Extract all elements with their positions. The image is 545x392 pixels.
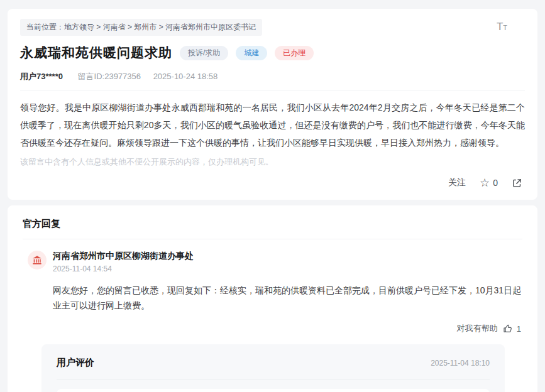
evaluation-date: 2025-11-04 18:10 bbox=[431, 359, 490, 368]
post-card: 当前位置：地方领导 > 河南省 > 郑州市 > 河南省郑州市中原区委书记 TT … bbox=[8, 9, 537, 200]
privacy-note: 该留言中含有个人信息或其他不便公开展示的内容，仅办理机构可见。 bbox=[20, 156, 525, 168]
message-id: 留言ID:23977356 bbox=[78, 72, 141, 81]
page-title: 永威瑞和苑供暖问题求助 bbox=[20, 44, 172, 62]
share-icon bbox=[512, 178, 522, 188]
tag-status: 已办理 bbox=[275, 46, 314, 60]
breadcrumb[interactable]: 当前位置：地方领导 > 河南省 > 郑州市 > 河南省郑州市中原区委书记 bbox=[20, 19, 262, 36]
message-body: 领导您好。我是中原区柳湖街道办事处永威西郡瑞和苑的一名居民，我们小区从去年202… bbox=[20, 99, 525, 151]
reply-org-name: 河南省郑州市中原区柳湖街道办事处 bbox=[53, 251, 194, 262]
evaluation-section-title: 用户评价 bbox=[57, 357, 94, 369]
evaluation-result-panel: 满意 解决力度: ★★★★★ 沟通态度: ★★★★★ 办理时效: ★★★★★ bbox=[57, 389, 490, 392]
divider bbox=[57, 379, 490, 379]
tag-domain: 城建 bbox=[236, 46, 267, 60]
user-evaluation-card: 用户评价 2025-11-04 18:10 bbox=[41, 344, 505, 392]
author-name: 用户73****0 bbox=[20, 72, 63, 81]
helpful-count: 1 bbox=[517, 324, 521, 334]
page: 当前位置：地方领导 > 河南省 > 郑州市 > 河南省郑州市中原区委书记 TT … bbox=[0, 0, 545, 392]
tag-category: 投诉/求助 bbox=[180, 46, 228, 60]
reply-date: 2025-11-04 14:54 bbox=[53, 264, 194, 273]
divider bbox=[20, 90, 525, 90]
post-date: 2025-10-24 18:58 bbox=[153, 72, 218, 81]
institution-icon bbox=[28, 251, 47, 270]
reply-content: 网友您好，您的留言已收悉，现回复如下：经核实，瑞和苑的供暖资料已全部完成，目前供… bbox=[53, 283, 522, 313]
share-button[interactable] bbox=[512, 178, 522, 188]
font-size-icon[interactable]: TT bbox=[497, 19, 507, 32]
star-outline-icon: ☆ bbox=[480, 177, 490, 188]
thumbs-up-icon bbox=[503, 324, 513, 334]
follow-button[interactable]: 关注 bbox=[448, 177, 466, 188]
favorite-button[interactable]: ☆ 0 bbox=[480, 177, 498, 188]
helpful-label: 对我有帮助 bbox=[457, 323, 498, 334]
helpful-button[interactable]: 对我有帮助 1 bbox=[8, 323, 537, 334]
favorite-count: 0 bbox=[493, 178, 498, 188]
official-reply-card: 官方回复 河南省郑州市中原区柳湖街道办事处 2025-11-04 14:54 网… bbox=[8, 205, 537, 392]
reply-section-title: 官方回复 bbox=[8, 217, 537, 239]
